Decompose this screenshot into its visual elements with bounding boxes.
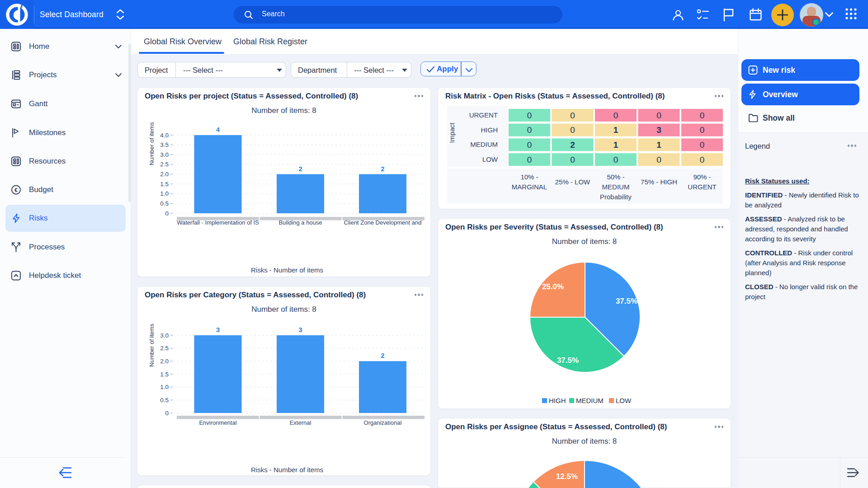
svg-text:3: 3 <box>216 326 220 333</box>
svg-text:10% -: 10% - <box>520 173 538 181</box>
svg-text:3.5: 3.5 <box>160 141 169 148</box>
svg-text:External: External <box>290 419 311 426</box>
svg-text:25% - LOW: 25% - LOW <box>555 178 590 186</box>
svg-text:MARGINAL: MARGINAL <box>512 183 547 191</box>
svg-text:Environmental: Environmental <box>199 419 236 426</box>
svg-text:0: 0 <box>656 111 661 120</box>
svg-text:LOW: LOW <box>482 155 498 163</box>
svg-text:0: 0 <box>700 140 705 150</box>
svg-text:2.5: 2.5 <box>160 161 169 168</box>
svg-text:37.5%: 37.5% <box>616 297 637 305</box>
svg-text:25.0%: 25.0% <box>542 282 564 291</box>
svg-text:0: 0 <box>700 155 705 164</box>
svg-text:90% -: 90% - <box>693 173 711 181</box>
svg-text:1.5: 1.5 <box>160 181 169 188</box>
svg-text:0: 0 <box>527 111 532 120</box>
svg-text:0: 0 <box>527 140 532 150</box>
svg-text:3.0: 3.0 <box>160 332 169 339</box>
svg-text:2: 2 <box>381 352 384 359</box>
svg-text:URGENT: URGENT <box>469 111 498 119</box>
svg-text:MEDIUM: MEDIUM <box>576 397 604 404</box>
svg-text:Number of items: Number of items <box>148 324 155 367</box>
svg-text:LOW: LOW <box>616 397 632 404</box>
svg-text:Waterfall - Implementation of: Waterfall - Implementation of IS <box>177 219 259 226</box>
svg-text:2: 2 <box>298 165 302 173</box>
svg-text:2.0: 2.0 <box>160 171 169 178</box>
svg-text:2.5: 2.5 <box>160 345 169 352</box>
svg-text:Number of items: Number of items <box>148 122 155 165</box>
svg-text:0: 0 <box>165 210 169 217</box>
svg-text:0: 0 <box>570 155 575 164</box>
svg-text:0: 0 <box>527 125 532 135</box>
svg-text:HIGH: HIGH <box>481 126 498 134</box>
svg-text:0: 0 <box>570 125 575 135</box>
svg-text:0: 0 <box>656 155 661 164</box>
svg-text:0: 0 <box>700 111 705 120</box>
svg-text:Risks - Number of items: Risks - Number of items <box>251 266 323 274</box>
svg-text:1: 1 <box>613 125 618 135</box>
svg-text:Organizational: Organizational <box>364 419 402 426</box>
svg-text:MEDIUM: MEDIUM <box>602 183 630 191</box>
svg-text:50% -: 50% - <box>607 173 624 181</box>
svg-text:HIGH: HIGH <box>549 397 566 404</box>
svg-text:Client Zone Development and: Client Zone Development and <box>344 219 422 226</box>
svg-text:0: 0 <box>570 111 575 120</box>
svg-text:0: 0 <box>700 125 705 135</box>
svg-text:2: 2 <box>381 165 384 173</box>
svg-text:2: 2 <box>570 140 575 150</box>
svg-text:0: 0 <box>613 111 618 120</box>
svg-text:0: 0 <box>527 155 532 164</box>
svg-text:Building a house: Building a house <box>278 219 322 226</box>
svg-text:2.0: 2.0 <box>160 358 169 365</box>
svg-text:1.5: 1.5 <box>160 371 169 378</box>
svg-text:1: 1 <box>613 140 618 150</box>
svg-text:4: 4 <box>216 126 220 133</box>
svg-text:0: 0 <box>613 155 618 164</box>
svg-text:3: 3 <box>656 125 661 135</box>
svg-text:0.5: 0.5 <box>160 397 169 404</box>
svg-text:4.0: 4.0 <box>160 132 169 139</box>
svg-text:12.5%: 12.5% <box>556 472 578 481</box>
svg-text:0.5: 0.5 <box>160 200 169 207</box>
svg-text:3.0: 3.0 <box>160 151 169 158</box>
svg-text:URGENT: URGENT <box>688 183 716 191</box>
svg-text:1.0: 1.0 <box>160 384 169 390</box>
svg-text:€: € <box>14 187 18 193</box>
svg-text:MEDIUM: MEDIUM <box>470 141 498 148</box>
svg-text:0: 0 <box>165 410 169 417</box>
svg-text:1: 1 <box>656 140 661 150</box>
svg-text:37.5%: 37.5% <box>557 356 579 365</box>
svg-text:3: 3 <box>298 326 302 333</box>
svg-text:Probability: Probability <box>600 193 632 201</box>
svg-text:Impact: Impact <box>448 122 456 143</box>
svg-text:Risks - Number of items: Risks - Number of items <box>251 466 323 474</box>
svg-text:1.0: 1.0 <box>160 190 169 197</box>
svg-text:75% - HIGH: 75% - HIGH <box>641 178 677 186</box>
